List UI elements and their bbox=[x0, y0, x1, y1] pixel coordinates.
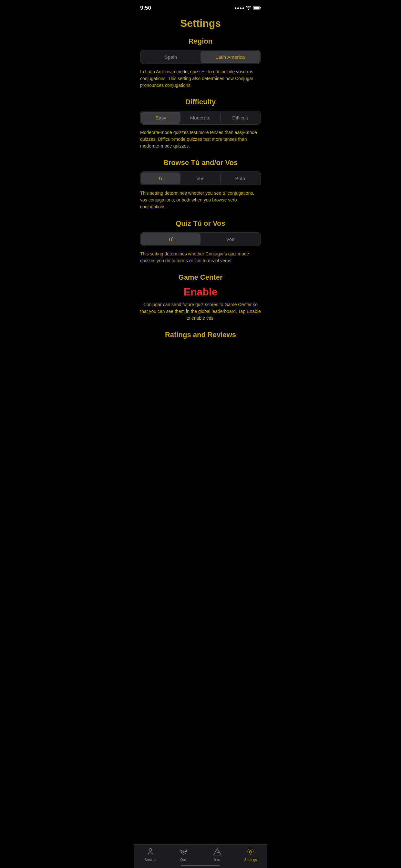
main-content: Settings Region Spain Latin America In L… bbox=[134, 14, 267, 376]
battery-icon bbox=[253, 5, 261, 11]
browse-vos-btn[interactable]: Vos bbox=[181, 173, 220, 184]
svg-rect-2 bbox=[254, 7, 259, 9]
status-time: 9:50 bbox=[140, 5, 151, 11]
difficulty-segment-control[interactable]: Easy Moderate Difficult bbox=[140, 111, 261, 125]
enable-button[interactable]: Enable bbox=[140, 286, 261, 298]
browse-tu-btn[interactable]: Tú bbox=[141, 173, 181, 184]
browse-both-btn[interactable]: Both bbox=[220, 173, 260, 184]
region-title: Region bbox=[140, 37, 261, 45]
difficulty-moderate-btn[interactable]: Moderate bbox=[181, 112, 220, 124]
quiz-tu-btn[interactable]: Tú bbox=[141, 233, 201, 245]
region-description: In Latin American mode, quizzes do not i… bbox=[140, 68, 261, 89]
browse-tu-vos-description: This setting determines whether you see … bbox=[140, 190, 261, 210]
region-spain-btn[interactable]: Spain bbox=[141, 51, 201, 63]
browse-tu-vos-title: Browse Tú and/or Vos bbox=[140, 159, 261, 167]
page-title: Settings bbox=[140, 18, 261, 29]
quiz-tu-vos-segment-control[interactable]: Tú Vos bbox=[140, 232, 261, 246]
difficulty-difficult-btn[interactable]: Difficult bbox=[220, 112, 260, 124]
region-segment-control[interactable]: Spain Latin America bbox=[140, 50, 261, 64]
game-center-title: Game Center bbox=[140, 273, 261, 282]
svg-rect-1 bbox=[260, 7, 261, 9]
wifi-icon bbox=[246, 5, 251, 11]
region-latin-america-btn[interactable]: Latin America bbox=[201, 51, 260, 63]
difficulty-easy-btn[interactable]: Easy bbox=[141, 112, 181, 124]
difficulty-description: Moderate-mode quizzes test more tenses t… bbox=[140, 129, 261, 150]
browse-tu-vos-segment-control[interactable]: Tú Vos Both bbox=[140, 172, 261, 185]
quiz-tu-vos-description: This setting determines whether Conjugar… bbox=[140, 251, 261, 264]
status-bar: 9:50 bbox=[134, 0, 267, 14]
game-center-section: Game Center Enable Conjugar can send fut… bbox=[140, 273, 261, 321]
status-icons bbox=[235, 5, 261, 11]
quiz-tu-vos-title: Quiz Tú or Vos bbox=[140, 219, 261, 228]
difficulty-title: Difficulty bbox=[140, 98, 261, 106]
game-center-description: Conjugar can send future quiz scores to … bbox=[140, 301, 261, 321]
quiz-vos-btn[interactable]: Vos bbox=[201, 233, 260, 245]
signal-icon bbox=[235, 7, 244, 9]
ratings-reviews-title: Ratings and Reviews bbox=[140, 331, 261, 339]
